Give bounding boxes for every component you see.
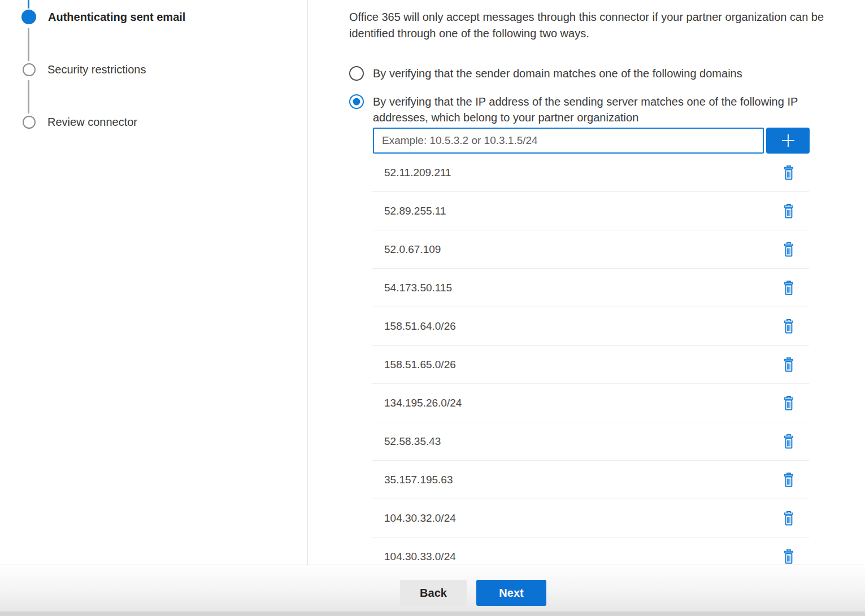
ip-address-value: 52.0.67.109 (384, 243, 441, 256)
ip-address-value: 52.58.35.43 (384, 435, 441, 448)
trash-icon (782, 165, 796, 181)
trash-icon (782, 280, 796, 296)
add-ip-button[interactable] (766, 128, 810, 154)
delete-ip-button[interactable] (781, 509, 797, 527)
trash-icon (782, 395, 796, 411)
ip-entry-row (373, 128, 865, 154)
delete-ip-button[interactable] (781, 241, 797, 259)
step-description: Office 365 will only accept messages thr… (349, 9, 865, 42)
delete-ip-button[interactable] (781, 202, 797, 220)
delete-ip-button[interactable] (781, 471, 797, 489)
ip-address-value: 158.51.65.0/26 (384, 359, 456, 371)
trash-icon (782, 510, 796, 526)
ip-address-value: 134.195.26.0/24 (384, 397, 462, 409)
upcoming-step-bullet-icon (23, 63, 36, 76)
delete-ip-button[interactable] (781, 548, 797, 565)
ip-address-value: 104.30.32.0/24 (384, 512, 456, 525)
delete-ip-button[interactable] (781, 356, 797, 374)
delete-ip-button[interactable] (781, 432, 797, 451)
ip-address-value: 52.11.209.211 (384, 167, 451, 179)
ip-address-row: 104.30.32.0/24 (372, 499, 809, 538)
radio-selected-icon[interactable] (349, 94, 364, 109)
ip-address-row: 158.51.65.0/26 (372, 346, 809, 384)
next-button[interactable]: Next (476, 580, 546, 606)
ip-address-value: 104.30.33.0/24 (384, 551, 456, 563)
ip-address-value: 52.89.255.11 (384, 205, 446, 217)
ip-address-value: 158.51.64.0/26 (384, 320, 456, 333)
step-label: Review connector (47, 116, 137, 129)
wizard-steps-sidebar: Authenticating sent email Security restr… (0, 0, 308, 565)
upcoming-step-bullet-icon (23, 116, 36, 129)
trash-icon (782, 357, 796, 373)
trash-icon (782, 203, 796, 219)
delete-ip-button[interactable] (781, 394, 797, 412)
ip-address-row: 134.195.26.0/24 (372, 384, 809, 422)
ip-address-list: 52.11.209.211 52.89.255.11 (372, 154, 809, 565)
radio-option-ip-address[interactable]: By verifying that the IP address of the … (349, 94, 865, 125)
wizard-step-review-connector: Review connector (0, 116, 137, 129)
trash-icon (782, 318, 796, 334)
ip-address-row: 35.157.195.63 (372, 461, 809, 499)
wizard-step-authenticating-sent-email: Authenticating sent email (0, 10, 185, 24)
step-label: Security restrictions (47, 63, 146, 76)
ip-address-value: 54.173.50.115 (384, 282, 452, 294)
ip-address-row: 158.51.64.0/26 (372, 307, 809, 346)
delete-ip-button[interactable] (781, 317, 797, 335)
radio-option-sender-domain[interactable]: By verifying that the sender domain matc… (349, 65, 865, 81)
ip-address-value: 35.157.195.63 (384, 474, 453, 486)
step-rail-segment-2 (28, 80, 29, 113)
trash-icon (782, 434, 796, 449)
step-label: Authenticating sent email (48, 11, 185, 24)
step-rail-completed-segment (28, 0, 29, 8)
ip-address-input[interactable] (373, 128, 764, 154)
bottom-edge-strip (0, 611, 865, 616)
trash-icon (782, 549, 796, 565)
trash-icon (782, 242, 796, 257)
step-rail-segment-1 (28, 28, 29, 61)
radio-unselected-icon[interactable] (349, 66, 364, 81)
ip-address-row: 52.89.255.11 (372, 192, 809, 230)
ip-address-row: 104.30.33.0/24 (372, 538, 809, 565)
ip-address-row: 52.58.35.43 (372, 422, 809, 461)
delete-ip-button[interactable] (781, 164, 797, 182)
plus-icon (779, 132, 797, 150)
ip-address-row: 52.11.209.211 (372, 154, 809, 192)
wizard-step-body: Office 365 will only accept messages thr… (308, 0, 865, 565)
back-button[interactable]: Back (400, 580, 467, 606)
trash-icon (782, 472, 796, 488)
wizard-step-security-restrictions: Security restrictions (0, 63, 146, 76)
ip-address-row: 54.173.50.115 (372, 269, 809, 307)
active-step-bullet-icon (21, 10, 36, 24)
connector-wizard-page: Authenticating sent email Security restr… (0, 0, 865, 616)
radio-option-label[interactable]: By verifying that the IP address of the … (373, 94, 836, 125)
radio-option-label[interactable]: By verifying that the sender domain matc… (373, 65, 742, 81)
wizard-footer: Back Next (0, 565, 865, 611)
wizard-content: Authenticating sent email Security restr… (0, 0, 865, 565)
delete-ip-button[interactable] (781, 279, 797, 297)
ip-address-row: 52.0.67.109 (372, 230, 809, 269)
